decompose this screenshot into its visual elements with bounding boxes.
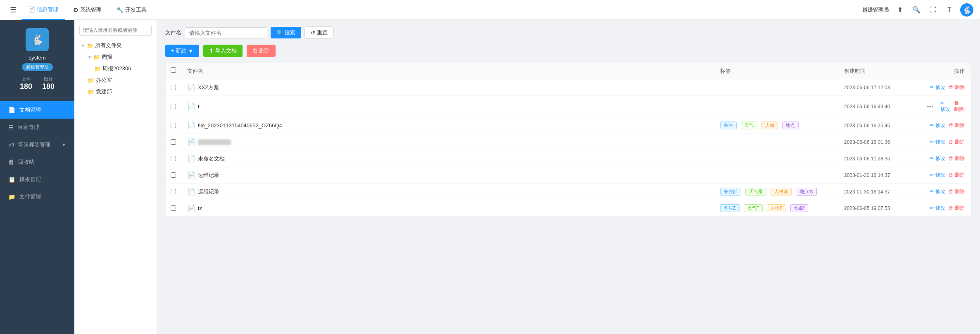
- folder-all[interactable]: ▼ 📁 所有文件夹: [78, 40, 153, 51]
- folder-weekly-202306[interactable]: 📁 周报202306: [91, 63, 153, 74]
- row5-delete-btn[interactable]: 🗑 删除: [949, 155, 965, 162]
- row8-filename[interactable]: tz: [198, 205, 202, 211]
- row2-created: 2023-06-06 16:49:40: [839, 104, 922, 110]
- row6-edit-btn[interactable]: ✏ 修改: [930, 172, 945, 179]
- sidebar-item-scene[interactable]: 🏷 场景标签管理 ▼: [0, 136, 74, 153]
- folder-search-input[interactable]: [79, 25, 152, 36]
- row6-checkbox-input[interactable]: [171, 172, 176, 178]
- row4-delete-btn[interactable]: 🗑 删除: [949, 138, 965, 146]
- reset-btn-icon: ↺: [311, 30, 315, 36]
- row2-delete-btn[interactable]: 🗑 删除: [954, 100, 965, 113]
- font-icon[interactable]: T: [944, 4, 955, 16]
- row3-tag-1[interactable]: 备注: [720, 122, 737, 129]
- recycle-nav-icon: 🗑: [8, 159, 14, 165]
- row8-edit-btn[interactable]: ✏ 修改: [930, 205, 945, 212]
- row1-filename[interactable]: XXZ方案: [198, 84, 219, 91]
- sidebar-item-recycle-label: 回收站: [18, 158, 34, 166]
- sidebar-role-badge: 超级管理员: [22, 63, 53, 71]
- sidebar-nav: 📄 文档管理 ☰ 目录管理 🏷 场景标签管理 ▼ 🗑 回收站 📋 模板管理: [0, 98, 74, 334]
- row6-filename[interactable]: 运维记录: [198, 172, 219, 179]
- fullscreen-icon[interactable]: ⛶: [927, 4, 939, 16]
- search-icon[interactable]: 🔍: [911, 4, 922, 16]
- row6-checkbox: [166, 172, 182, 178]
- sidebar-item-recycle[interactable]: 🗑 回收站: [0, 153, 74, 171]
- row5-checkbox-input[interactable]: [171, 156, 176, 161]
- sidebar-item-template[interactable]: 📋 模板管理: [0, 171, 74, 188]
- folder-party-label: 党建部: [96, 88, 112, 95]
- row6-delete-btn[interactable]: 🗑 删除: [949, 172, 965, 179]
- row3-tag-2[interactable]: 天气: [741, 122, 757, 129]
- row8-checkbox-input[interactable]: [171, 205, 176, 211]
- delete-button[interactable]: 🗑 删除: [247, 45, 276, 57]
- row3-tag-4[interactable]: 地点: [782, 122, 799, 129]
- row2-filename[interactable]: t: [198, 103, 200, 110]
- row5-name: 📄 未命名文档: [182, 155, 715, 162]
- row5-filename[interactable]: 未命名文档: [198, 155, 225, 162]
- row5-edit-btn[interactable]: ✏ 修改: [930, 155, 945, 162]
- tab-dev-label: 开发工具: [125, 6, 147, 14]
- new-button[interactable]: + 新建 ▼: [165, 45, 199, 57]
- row2-file-icon: 📄: [187, 103, 195, 110]
- row3-checkbox: [166, 123, 182, 128]
- import-button[interactable]: ⬆ 导入文档: [203, 45, 243, 57]
- folder-children-weekly: 📁 周报202306: [84, 63, 153, 74]
- row6-name: 📄 运维记录: [182, 171, 715, 179]
- row8-tag-4[interactable]: 地点f: [790, 204, 808, 212]
- file-nav-icon: 📁: [8, 193, 15, 200]
- row3-edit-btn[interactable]: ✏ 修改: [930, 122, 945, 129]
- row2-more-icon[interactable]: •••: [927, 103, 934, 110]
- row8-tag-3[interactable]: 人物F: [767, 204, 786, 212]
- sidebar-item-dir[interactable]: ☰ 目录管理: [0, 119, 74, 136]
- row3-delete-btn[interactable]: 🗑 删除: [949, 122, 965, 129]
- avatar[interactable]: 🐇: [960, 3, 973, 17]
- row1-delete-btn[interactable]: 🗑 删除: [949, 84, 965, 91]
- row4-checkbox-input[interactable]: [171, 139, 176, 145]
- row7-delete-btn[interactable]: 🗑 删除: [949, 188, 965, 195]
- sidebar-item-file[interactable]: 📁 文件管理: [0, 188, 74, 205]
- tab-dev[interactable]: 🔧 开发工具: [110, 0, 153, 20]
- row2-checkbox-input[interactable]: [171, 104, 176, 109]
- header-checkbox: [166, 67, 182, 75]
- row4-edit-btn[interactable]: ✏ 修改: [930, 138, 945, 146]
- row3-tag-3[interactable]: 人物: [761, 122, 778, 129]
- folder-office[interactable]: 📁 办公室: [84, 74, 153, 86]
- row1-checkbox-input[interactable]: [171, 85, 176, 90]
- search-btn-label: 搜索: [285, 29, 295, 36]
- sidebar-item-dir-label: 目录管理: [18, 124, 39, 131]
- header-checkbox-input[interactable]: [171, 67, 176, 73]
- folder-weekly-icon: 📁: [93, 54, 100, 60]
- folder-party[interactable]: 📁 党建部: [84, 86, 153, 98]
- row8-tags: 备注Z 天气F 人物F 地点f: [715, 204, 839, 212]
- delete-btn-label: 🗑 删除: [252, 47, 270, 55]
- row6-created: 2023-01-30 16:14:37: [839, 172, 922, 178]
- row7-tag-2[interactable]: 天气是: [745, 188, 766, 196]
- tab-info[interactable]: 📄 信息管理: [21, 0, 65, 20]
- row7-tag-4[interactable]: 地点の: [796, 188, 817, 196]
- row2-edit-btn[interactable]: ✏ 修改: [940, 100, 951, 113]
- import-btn-label: ⬆ 导入文档: [209, 47, 237, 55]
- row3-checkbox-input[interactable]: [171, 123, 176, 128]
- search-input[interactable]: [185, 27, 267, 38]
- row7-edit-btn[interactable]: ✏ 修改: [930, 188, 945, 195]
- row4-checkbox: [166, 139, 182, 145]
- row8-delete-btn[interactable]: 🗑 删除: [949, 205, 965, 212]
- folder-weekly[interactable]: ▼ 📁 周报: [84, 51, 153, 63]
- row8-file-icon: 📄: [187, 204, 195, 212]
- search-button[interactable]: 🔍 搜索: [271, 27, 301, 38]
- row8-tag-2[interactable]: 天气F: [744, 204, 763, 212]
- row7-filename[interactable]: 运维记录: [198, 188, 219, 196]
- row7-tag-1[interactable]: 备注部: [720, 188, 741, 196]
- tab-sys[interactable]: ⚙ 系统管理: [67, 0, 108, 20]
- sidebar-item-doc[interactable]: 📄 文档管理: [0, 101, 74, 119]
- row7-tag-3[interactable]: 人物说: [771, 188, 792, 196]
- content-area: 文件名 🔍 搜索 ↺ 重置 + 新建 ▼ ⬆ 导入文档 🗑 删除: [157, 20, 980, 334]
- reset-button[interactable]: ↺ 重置: [304, 26, 334, 39]
- row8-tag-1[interactable]: 备注Z: [720, 204, 740, 212]
- row3-filename[interactable]: file_20230113154040652_OZ66Q4: [198, 122, 282, 129]
- menu-icon[interactable]: ☰: [7, 4, 20, 16]
- sys-tab-icon: ⚙: [73, 7, 78, 13]
- row1-edit-btn[interactable]: ✏ 修改: [930, 84, 945, 91]
- row7-checkbox-input[interactable]: [171, 189, 176, 194]
- upload-icon[interactable]: ⬆: [894, 4, 906, 16]
- sidebar-item-doc-label: 文档管理: [19, 106, 41, 114]
